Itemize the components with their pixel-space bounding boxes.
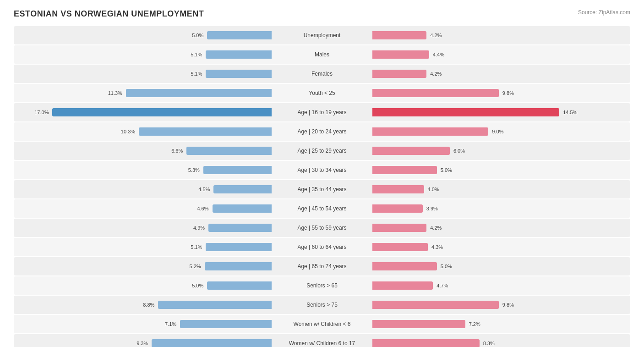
left-section: 5.2% (14, 259, 272, 274)
norwegian-value: 4.2% (428, 71, 442, 77)
bar-estonian (206, 50, 272, 59)
estonian-value: 4.9% (193, 225, 207, 231)
bars-wrapper: 4.9% Age | 55 to 59 years 4.2% (14, 220, 630, 236)
bars-wrapper: 5.3% Age | 30 to 34 years 5.0% (14, 162, 630, 178)
norwegian-value: 8.3% (481, 341, 495, 346)
estonian-value: 5.3% (188, 167, 202, 173)
chart-row: 4.5% Age | 35 to 44 years 4.0% (14, 180, 630, 198)
estonian-value: 4.5% (198, 187, 212, 192)
chart-area: 5.0% Unemployment 4.2% 5.1% Males 4.4% (14, 26, 630, 347)
estonian-value: 17.0% (34, 110, 50, 115)
bar-norwegian (372, 320, 465, 328)
bar-norwegian (372, 89, 499, 97)
bar-norwegian (372, 301, 499, 309)
bar-norwegian (372, 339, 480, 347)
right-section: 8.3% (372, 336, 630, 347)
estonian-value: 5.1% (191, 52, 204, 57)
right-section: 9.8% (372, 297, 630, 313)
right-section: 9.0% (372, 124, 630, 139)
row-label: Age | 25 to 29 years (272, 148, 372, 154)
estonian-value: 11.3% (108, 90, 124, 96)
bar-norwegian (372, 204, 423, 213)
left-section: 5.1% (14, 66, 272, 82)
left-section: 5.1% (14, 47, 272, 62)
estonian-value: 9.3% (136, 341, 150, 346)
left-section: 5.3% (14, 162, 272, 178)
chart-row: 5.1% Females 4.2% (14, 65, 630, 83)
row-label: Age | 65 to 74 years (272, 263, 372, 270)
estonian-value: 5.1% (191, 71, 204, 77)
bars-wrapper: 7.1% Women w/ Children < 6 7.2% (14, 316, 630, 332)
right-section: 4.2% (372, 66, 630, 82)
norwegian-value: 4.2% (428, 33, 442, 38)
bar-norwegian (372, 281, 433, 290)
norwegian-value: 9.8% (501, 302, 514, 308)
bar-estonian (207, 31, 272, 39)
bar-estonian (126, 89, 272, 97)
left-section: 4.6% (14, 201, 272, 216)
left-section: 5.1% (14, 239, 272, 255)
bar-estonian (158, 301, 272, 309)
bar-estonian (139, 127, 272, 136)
bars-wrapper: 5.0% Seniors > 65 4.7% (14, 278, 630, 293)
row-label: Age | 60 to 64 years (272, 244, 372, 250)
bar-norwegian (372, 185, 424, 193)
bars-wrapper: 5.1% Males 4.4% (14, 47, 630, 62)
bar-estonian (206, 243, 272, 251)
left-section: 9.3% (14, 336, 272, 347)
left-section: 4.5% (14, 182, 272, 197)
right-section: 4.4% (372, 47, 630, 62)
right-section: 4.7% (372, 278, 630, 293)
chart-row: 7.1% Women w/ Children < 6 7.2% (14, 315, 630, 333)
left-section: 5.0% (14, 28, 272, 43)
bars-wrapper: 10.3% Age | 20 to 24 years 9.0% (14, 124, 630, 139)
right-section: 5.0% (372, 162, 630, 178)
bar-estonian (208, 224, 272, 232)
bars-wrapper: 5.0% Unemployment 4.2% (14, 28, 630, 43)
norwegian-value: 4.7% (435, 283, 448, 288)
estonian-value: 5.2% (190, 264, 203, 269)
bar-estonian (186, 147, 272, 155)
right-section: 5.0% (372, 259, 630, 274)
bars-wrapper: 8.8% Seniors > 75 9.8% (14, 297, 630, 313)
row-label: Seniors > 65 (272, 282, 372, 289)
bar-estonian (180, 320, 272, 328)
chart-row: 5.2% Age | 65 to 74 years 5.0% (14, 257, 630, 275)
estonian-value: 6.6% (171, 148, 185, 154)
left-section: 4.9% (14, 220, 272, 236)
estonian-value: 4.6% (197, 206, 210, 211)
estonian-value: 10.3% (121, 129, 137, 134)
bar-estonian (203, 166, 272, 174)
norwegian-value: 9.0% (490, 129, 503, 134)
norwegian-value: 4.2% (428, 225, 442, 231)
row-label: Age | 55 to 59 years (272, 225, 372, 231)
left-section: 7.1% (14, 316, 272, 332)
bar-norwegian (372, 147, 450, 155)
estonian-value: 7.1% (165, 321, 178, 327)
right-section: 4.2% (372, 220, 630, 236)
right-section: 4.3% (372, 239, 630, 255)
right-section: 6.0% (372, 143, 630, 159)
row-label: Age | 35 to 44 years (272, 186, 372, 193)
chart-row: 8.8% Seniors > 75 9.8% (14, 296, 630, 314)
norwegian-value: 5.0% (439, 264, 452, 269)
norwegian-value: 5.0% (439, 167, 452, 173)
left-section: 17.0% (14, 105, 272, 120)
norwegian-value: 9.8% (501, 90, 514, 96)
chart-row: 10.3% Age | 20 to 24 years 9.0% (14, 122, 630, 141)
estonian-value: 5.1% (191, 244, 204, 250)
chart-row: 5.3% Age | 30 to 34 years 5.0% (14, 161, 630, 179)
left-section: 10.3% (14, 124, 272, 139)
right-section: 4.0% (372, 182, 630, 197)
row-label: Seniors > 75 (272, 302, 372, 308)
estonian-value: 8.8% (143, 302, 156, 308)
bar-estonian (206, 70, 272, 78)
norwegian-value: 3.9% (425, 206, 438, 211)
row-label: Age | 20 to 24 years (272, 128, 372, 135)
bar-norwegian (372, 31, 426, 39)
norwegian-value: 14.5% (561, 110, 577, 115)
bars-wrapper: 9.3% Women w/ Children 6 to 17 8.3% (14, 336, 630, 347)
bar-norwegian (372, 262, 437, 270)
right-section: 3.9% (372, 201, 630, 216)
norwegian-value: 6.0% (452, 148, 465, 154)
